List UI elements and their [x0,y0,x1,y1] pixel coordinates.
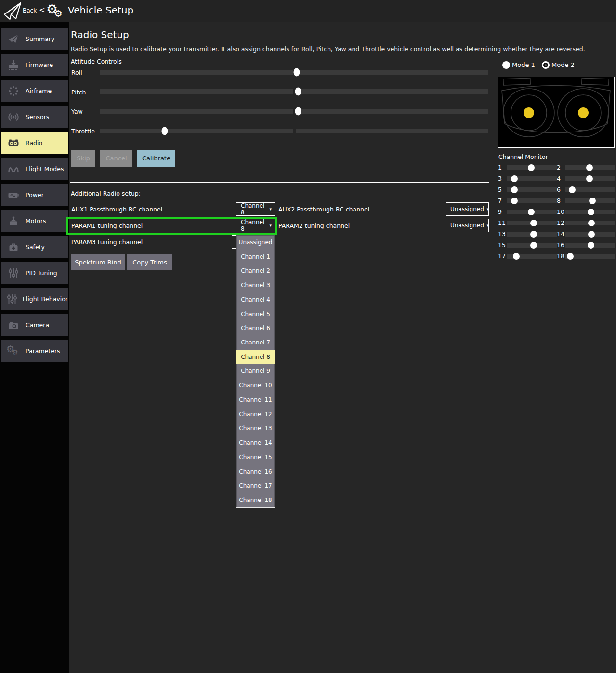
sidebar-item-radio[interactable]: Radio [1,132,68,154]
sidebar: Summary Firmware Airframe Sensors Radio … [0,22,69,673]
channel-monitor-row: 2 [557,162,615,173]
mode1-label: Mode 1 [512,61,535,68]
vehicle-setup-gears-icon: ⚙⚙ [46,1,66,21]
channel-value-dot [513,253,520,260]
pitch-slider[interactable] [100,89,488,94]
dropdown-option[interactable]: Unassigned [236,235,275,250]
dropdown-option[interactable]: Channel 7 [236,335,275,350]
left-stick-position-dot [524,107,534,118]
dropdown-option[interactable]: Channel 11 [236,393,275,407]
sidebar-item-summary[interactable]: Summary [1,28,68,50]
param2-channel-dropdown[interactable]: Unassigned ▾ [446,219,489,232]
calibrate-button[interactable]: Calibrate [137,150,175,167]
additional-radio-setup-label: Additional Radio setup: [71,190,141,197]
attitude-controls-label: Attitude Controls [71,58,122,65]
camera-icon [5,318,22,332]
top-bar: Back < ⚙⚙ Vehicle Setup [0,0,616,22]
motor-icon [5,214,22,228]
yaw-slider-handle[interactable] [295,107,301,116]
dropdown-option[interactable]: Channel 14 [236,435,275,450]
channel-monitor-row: 3 [498,173,557,184]
sidebar-item-sensors[interactable]: Sensors [1,106,68,128]
sidebar-item-firmware[interactable]: Firmware [1,54,68,76]
channel-monitor-row: 5 [498,184,557,195]
section-description: Radio Setup is used to calibrate your tr… [71,45,585,53]
dropdown-option[interactable]: Channel 4 [236,292,275,307]
transmitter-sticks-graphic [498,77,615,148]
copy-trims-button[interactable]: Copy Trims [127,254,172,270]
sidebar-item-power[interactable]: Power [1,184,68,206]
mode2-radio-button-selected[interactable] [542,61,550,69]
channel-value-dot [530,242,537,249]
throttle-slider[interactable] [100,129,488,133]
sidebar-item-airframe[interactable]: Airframe [1,80,68,102]
roll-slider-handle[interactable] [294,68,300,77]
pitch-slider-handle[interactable] [295,88,301,96]
spektrum-bind-button[interactable]: Spektrum Bind [71,254,125,270]
param1-channel-dropdown[interactable]: Channel 8 ▾ [236,219,275,232]
sidebar-item-motors[interactable]: Motors [1,210,68,232]
dropdown-option[interactable]: Channel 17 [236,478,275,493]
dropdown-option[interactable]: Channel 6 [236,321,275,335]
airframe-dots-icon [5,84,22,98]
channel-value-dot [511,186,518,193]
page-title: Vehicle Setup [68,4,133,16]
channel-monitor-row: 7 [498,195,557,206]
skip-button[interactable]: Skip [71,150,95,167]
dropdown-option[interactable]: Channel 12 [236,407,275,422]
sidebar-item-flight-behavior[interactable]: Flight Behavior [1,288,68,310]
dropdown-option[interactable]: Channel 2 [236,264,275,278]
channel-monitor-row: 14 [557,228,615,239]
roll-slider[interactable] [100,70,488,75]
dropdown-option[interactable]: Channel 15 [236,450,275,464]
throttle-label: Throttle [71,128,95,135]
channel-monitor-row: 12 [557,217,615,228]
yaw-label: Yaw [71,108,83,115]
aux2-channel-label: AUX2 Passthrough RC channel [278,203,369,216]
dropdown-option[interactable]: Channel 16 [236,464,275,479]
dropdown-option-selected[interactable]: Channel 8 [236,350,275,364]
section-divider [70,182,489,183]
aux1-channel-label: AUX1 Passthrough RC channel [71,203,162,216]
aux1-channel-dropdown[interactable]: Channel 8 ▾ [236,202,275,216]
dropdown-option[interactable]: Channel 9 [236,364,275,379]
sidebar-item-camera[interactable]: Camera [1,314,68,336]
flight-modes-wave-icon [5,162,22,176]
sidebar-item-safety[interactable]: Safety [1,236,68,258]
gears-icon: ⚙⚙ [5,344,22,358]
first-aid-icon [5,240,22,254]
app-logo-paper-plane-icon[interactable] [3,1,22,22]
dropdown-option[interactable]: Channel 18 [236,493,275,507]
channel-value-dot [588,231,595,238]
channel-value-dot [588,242,594,249]
param1-channel-label: PARAM1 tuning channel [71,219,143,232]
sliders-icon [5,292,19,306]
dropdown-option[interactable]: Channel 3 [236,278,275,292]
channel-monitor-row: 4 [557,173,615,184]
channel-value-dot [511,198,518,204]
chevron-down-icon: ▾ [269,207,272,211]
sidebar-item-flight-modes[interactable]: Flight Modes [1,158,68,180]
dropdown-option[interactable]: Channel 13 [236,422,275,436]
mode1-radio-button[interactable] [502,61,510,69]
pitch-label: Pitch [71,89,86,96]
sidebar-item-parameters[interactable]: ⚙⚙ Parameters [1,340,68,362]
dropdown-option[interactable]: Channel 5 [236,307,275,321]
back-button[interactable]: Back [23,7,37,14]
mode2-label: Mode 2 [551,61,575,68]
dropdown-option[interactable]: Channel 10 [236,378,275,393]
sidebar-item-pid-tuning[interactable]: PID Tuning [1,262,68,284]
yaw-slider[interactable] [100,109,488,114]
battery-icon [5,188,22,202]
aux2-channel-dropdown[interactable]: Unassigned ▾ [446,202,489,216]
sensors-signal-icon [5,110,22,124]
channel-monitor-row: 8 [557,195,615,206]
dropdown-option[interactable]: Channel 1 [236,250,275,264]
channel-value-dot [588,209,594,215]
channel-monitor-row: 13 [498,228,557,239]
firmware-download-icon [5,58,22,72]
channel-value-dot [530,220,537,226]
cancel-button[interactable]: Cancel [100,150,132,167]
channel-monitor-row: 18 [557,251,615,262]
throttle-slider-handle[interactable] [161,127,168,135]
